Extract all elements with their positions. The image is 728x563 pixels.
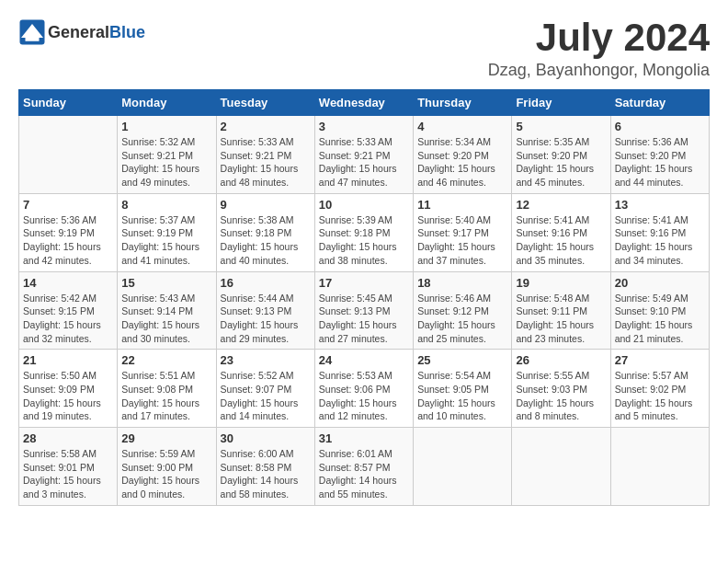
calendar-cell: 24Sunrise: 5:53 AM Sunset: 9:06 PM Dayli…	[314, 350, 413, 428]
day-info: Sunrise: 5:45 AM Sunset: 9:13 PM Dayligh…	[319, 292, 409, 346]
weekday-header: Saturday	[610, 90, 709, 116]
logo-blue: Blue	[109, 23, 145, 42]
day-number: 4	[417, 120, 507, 133]
day-info: Sunrise: 5:43 AM Sunset: 9:14 PM Dayligh…	[121, 292, 211, 346]
weekday-row: SundayMondayTuesdayWednesdayThursdayFrid…	[19, 90, 710, 116]
calendar-header: SundayMondayTuesdayWednesdayThursdayFrid…	[19, 90, 710, 116]
day-number: 27	[615, 353, 705, 367]
day-number: 25	[417, 353, 507, 367]
calendar-cell: 30Sunrise: 6:00 AM Sunset: 8:58 PM Dayli…	[216, 428, 314, 506]
logo-text: GeneralBlue	[48, 23, 145, 42]
calendar-table: SundayMondayTuesdayWednesdayThursdayFrid…	[18, 89, 710, 506]
day-number: 16	[221, 276, 311, 290]
logo-general: General	[48, 23, 109, 42]
day-number: 9	[221, 198, 311, 212]
header: GeneralBlue July 2024 Dzag, Bayanhongor,…	[18, 18, 710, 80]
day-number: 20	[615, 276, 705, 290]
calendar-cell: 11Sunrise: 5:40 AM Sunset: 9:17 PM Dayli…	[414, 193, 512, 271]
calendar-cell: 6Sunrise: 5:36 AM Sunset: 9:20 PM Daylig…	[610, 116, 709, 194]
calendar-cell: 21Sunrise: 5:50 AM Sunset: 9:09 PM Dayli…	[19, 350, 118, 428]
day-info: Sunrise: 5:54 AM Sunset: 9:05 PM Dayligh…	[417, 369, 507, 423]
calendar-week-row: 14Sunrise: 5:42 AM Sunset: 9:15 PM Dayli…	[19, 271, 710, 350]
location-title: Dzag, Bayanhongor, Mongolia	[488, 61, 710, 80]
day-info: Sunrise: 5:48 AM Sunset: 9:11 PM Dayligh…	[516, 292, 606, 346]
calendar-cell: 26Sunrise: 5:55 AM Sunset: 9:03 PM Dayli…	[512, 350, 610, 428]
logo: GeneralBlue	[18, 18, 145, 46]
day-number: 18	[417, 276, 507, 290]
calendar-cell: 4Sunrise: 5:34 AM Sunset: 9:20 PM Daylig…	[414, 116, 512, 194]
day-number: 3	[319, 120, 409, 133]
calendar-cell	[19, 116, 118, 194]
calendar-cell: 28Sunrise: 5:58 AM Sunset: 9:01 PM Dayli…	[19, 428, 118, 506]
day-number: 8	[121, 198, 211, 212]
calendar-cell: 8Sunrise: 5:37 AM Sunset: 9:19 PM Daylig…	[118, 193, 216, 271]
weekday-header: Friday	[512, 90, 610, 116]
day-info: Sunrise: 5:33 AM Sunset: 9:21 PM Dayligh…	[319, 135, 409, 190]
day-info: Sunrise: 5:34 AM Sunset: 9:20 PM Dayligh…	[417, 135, 507, 190]
day-info: Sunrise: 5:51 AM Sunset: 9:08 PM Dayligh…	[121, 369, 211, 423]
day-number: 7	[23, 198, 113, 212]
day-info: Sunrise: 5:55 AM Sunset: 9:03 PM Dayligh…	[516, 369, 606, 423]
calendar-cell: 20Sunrise: 5:49 AM Sunset: 9:10 PM Dayli…	[610, 271, 709, 350]
day-number: 11	[417, 198, 507, 212]
day-number: 31	[319, 431, 409, 445]
calendar-cell: 19Sunrise: 5:48 AM Sunset: 9:11 PM Dayli…	[512, 271, 610, 350]
day-info: Sunrise: 5:37 AM Sunset: 9:19 PM Dayligh…	[121, 213, 211, 268]
day-info: Sunrise: 5:39 AM Sunset: 9:18 PM Dayligh…	[319, 213, 409, 268]
title-area: July 2024 Dzag, Bayanhongor, Mongolia	[488, 18, 710, 80]
logo-icon	[18, 18, 46, 46]
day-info: Sunrise: 5:59 AM Sunset: 9:00 PM Dayligh…	[121, 447, 211, 501]
calendar-cell: 31Sunrise: 6:01 AM Sunset: 8:57 PM Dayli…	[314, 428, 413, 506]
calendar-week-row: 1Sunrise: 5:32 AM Sunset: 9:21 PM Daylig…	[19, 116, 710, 194]
day-number: 19	[516, 276, 606, 290]
calendar-cell	[512, 428, 610, 506]
month-title: July 2024	[488, 18, 710, 57]
svg-rect-2	[26, 38, 40, 41]
day-info: Sunrise: 5:38 AM Sunset: 9:18 PM Dayligh…	[221, 213, 311, 268]
day-info: Sunrise: 5:40 AM Sunset: 9:17 PM Dayligh…	[417, 213, 507, 268]
day-number: 30	[221, 431, 311, 445]
day-info: Sunrise: 5:50 AM Sunset: 9:09 PM Dayligh…	[23, 369, 113, 423]
day-info: Sunrise: 5:46 AM Sunset: 9:12 PM Dayligh…	[417, 292, 507, 346]
weekday-header: Monday	[118, 90, 216, 116]
day-number: 13	[615, 198, 705, 212]
calendar-cell: 15Sunrise: 5:43 AM Sunset: 9:14 PM Dayli…	[118, 271, 216, 350]
day-number: 5	[516, 120, 606, 133]
calendar-cell: 7Sunrise: 5:36 AM Sunset: 9:19 PM Daylig…	[19, 193, 118, 271]
day-number: 10	[319, 198, 409, 212]
calendar-cell: 16Sunrise: 5:44 AM Sunset: 9:13 PM Dayli…	[216, 271, 314, 350]
weekday-header: Wednesday	[314, 90, 413, 116]
calendar-week-row: 21Sunrise: 5:50 AM Sunset: 9:09 PM Dayli…	[19, 350, 710, 428]
day-number: 15	[121, 276, 211, 290]
day-number: 12	[516, 198, 606, 212]
weekday-header: Sunday	[19, 90, 118, 116]
day-info: Sunrise: 5:32 AM Sunset: 9:21 PM Dayligh…	[121, 135, 211, 190]
day-number: 26	[516, 353, 606, 367]
day-info: Sunrise: 5:33 AM Sunset: 9:21 PM Dayligh…	[221, 135, 311, 190]
day-number: 29	[121, 431, 211, 445]
calendar-cell: 9Sunrise: 5:38 AM Sunset: 9:18 PM Daylig…	[216, 193, 314, 271]
day-number: 1	[121, 120, 211, 133]
day-info: Sunrise: 5:36 AM Sunset: 9:20 PM Dayligh…	[615, 135, 705, 190]
calendar-cell: 22Sunrise: 5:51 AM Sunset: 9:08 PM Dayli…	[118, 350, 216, 428]
day-number: 22	[121, 353, 211, 367]
day-info: Sunrise: 5:44 AM Sunset: 9:13 PM Dayligh…	[221, 292, 311, 346]
calendar-week-row: 28Sunrise: 5:58 AM Sunset: 9:01 PM Dayli…	[19, 428, 710, 506]
calendar-cell: 10Sunrise: 5:39 AM Sunset: 9:18 PM Dayli…	[314, 193, 413, 271]
day-info: Sunrise: 5:42 AM Sunset: 9:15 PM Dayligh…	[23, 292, 113, 346]
day-info: Sunrise: 5:53 AM Sunset: 9:06 PM Dayligh…	[319, 369, 409, 423]
calendar-cell: 1Sunrise: 5:32 AM Sunset: 9:21 PM Daylig…	[118, 116, 216, 194]
calendar-cell: 25Sunrise: 5:54 AM Sunset: 9:05 PM Dayli…	[414, 350, 512, 428]
day-number: 2	[221, 120, 311, 133]
calendar-cell	[610, 428, 709, 506]
calendar-cell: 2Sunrise: 5:33 AM Sunset: 9:21 PM Daylig…	[216, 116, 314, 194]
calendar-cell: 17Sunrise: 5:45 AM Sunset: 9:13 PM Dayli…	[314, 271, 413, 350]
day-number: 17	[319, 276, 409, 290]
calendar-cell: 29Sunrise: 5:59 AM Sunset: 9:00 PM Dayli…	[118, 428, 216, 506]
calendar-cell: 18Sunrise: 5:46 AM Sunset: 9:12 PM Dayli…	[414, 271, 512, 350]
day-number: 21	[23, 353, 113, 367]
calendar-week-row: 7Sunrise: 5:36 AM Sunset: 9:19 PM Daylig…	[19, 193, 710, 271]
day-number: 23	[221, 353, 311, 367]
calendar-cell: 5Sunrise: 5:35 AM Sunset: 9:20 PM Daylig…	[512, 116, 610, 194]
calendar-cell: 23Sunrise: 5:52 AM Sunset: 9:07 PM Dayli…	[216, 350, 314, 428]
